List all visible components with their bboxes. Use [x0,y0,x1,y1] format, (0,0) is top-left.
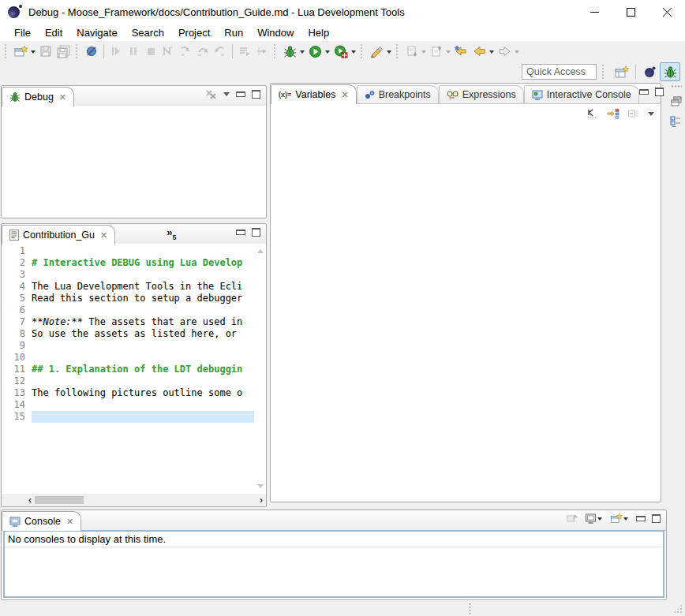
debug-view-minimize-icon[interactable] [236,91,245,97]
status-bar [0,601,685,616]
minimize-window-button[interactable] [576,0,612,24]
restore-view-button[interactable] [669,94,683,108]
debug-button[interactable] [281,42,299,61]
collapse-all-icon[interactable] [627,108,640,119]
menu-run[interactable]: Run [217,25,250,40]
display-selected-console-dropdown[interactable] [597,517,602,523]
open-perspective-icon [615,65,629,79]
suspend-button [125,42,142,61]
coverage-dropdown[interactable] [351,50,356,56]
variables-icon: (x)= [279,91,291,99]
code-line [32,352,254,364]
console-maximize-icon[interactable] [652,514,661,523]
toolbar-separator [103,44,104,58]
scroll-up-icon[interactable] [257,246,264,253]
console-view-controls [566,513,666,525]
new-wizard-dropdown[interactable] [31,50,36,56]
editor-maximize-icon[interactable] [252,228,260,237]
trim-drag-handle[interactable] [671,85,682,88]
debug-view-menu-icon[interactable] [223,92,230,99]
skip-all-breakpoints-button[interactable] [83,42,100,61]
console-icon [9,517,21,527]
tab-variables[interactable]: (x)= Variables ✕ [271,84,357,104]
console-body[interactable]: No consoles to display at this time. [3,530,664,598]
tab-expressions[interactable]: x= Expressions [439,85,524,103]
coverage-button[interactable] [331,42,350,61]
quick-access-input[interactable] [522,64,597,80]
save-all-button[interactable] [54,42,73,61]
back-button[interactable] [470,42,488,61]
lua-perspective-button[interactable] [639,62,660,81]
variables-body[interactable] [271,122,661,502]
tab-debug-close-icon[interactable]: ✕ [59,93,66,102]
menu-file[interactable]: File [7,25,38,40]
maximize-window-button[interactable] [612,0,649,24]
tab-debug[interactable]: Debug ✕ [2,87,74,106]
tab-interactive-console[interactable]: Interactive Console [524,85,639,103]
status-trim-drag-handle[interactable] [469,603,471,614]
show-type-names-icon[interactable] [586,108,599,119]
tab-variables-close-icon[interactable]: ✕ [341,91,348,99]
scroll-left-icon[interactable]: ‹ [28,494,32,506]
next-annotation-button[interactable] [403,42,421,61]
toolbar-drag-handle [602,65,606,79]
previous-annotation-button[interactable] [428,42,445,61]
window-title: Debug - Moose_Framework/docs/Contributio… [28,6,405,18]
variables-minimize-icon[interactable] [639,89,649,95]
next-annotation-dropdown[interactable] [421,50,426,56]
editor-vertical-scrollbar[interactable] [254,244,266,494]
forward-dropdown[interactable] [515,50,519,56]
drop-to-frame-button [236,42,253,61]
tab-contribution-guide-close-icon[interactable]: ✕ [100,231,107,240]
code-area[interactable]: # Interactive DEBUG using Lua Develop Th… [32,244,254,494]
editor-minimize-icon[interactable] [236,230,245,235]
debug-perspective-button[interactable] [660,62,680,81]
code-line [32,269,254,281]
menu-search[interactable]: Search [125,25,171,40]
save-button[interactable] [37,42,54,61]
open-perspective-button[interactable] [612,62,632,81]
tab-breakpoints[interactable]: Breakpoints [357,85,439,103]
display-selected-console-button[interactable] [585,513,604,524]
menu-help[interactable]: Help [301,25,336,40]
variables-view-menu-icon[interactable] [648,112,654,119]
line-number-gutter: 1 2 3 4 5 6 7 8 9 10 11 12 13 14 15 [2,244,32,494]
show-logical-structures-icon[interactable] [607,108,619,119]
menu-project[interactable]: Project [171,25,217,40]
external-tools-button[interactable] [368,42,386,61]
open-console-button[interactable] [610,513,630,525]
back-dropdown[interactable] [489,50,494,56]
scroll-right-icon[interactable]: › [260,494,263,506]
code-line: The following pictures outline some o [32,387,254,399]
run-button[interactable] [306,42,324,61]
external-tools-dropdown[interactable] [387,50,391,56]
hidden-editors-indicator[interactable]: » 5 [167,229,176,244]
variables-maximize-icon[interactable] [655,88,664,96]
open-console-dropdown[interactable] [623,517,628,523]
previous-annotation-dropdown[interactable] [446,50,451,56]
debug-view-body [2,106,266,218]
tab-console-close-icon[interactable]: ✕ [66,517,73,526]
console-minimize-icon[interactable] [636,516,646,521]
open-console-icon [610,513,623,525]
step-return-button [211,42,229,61]
debug-bug-icon [283,45,297,58]
console-view: Console ✕ [1,510,667,600]
menu-window[interactable]: Window [250,25,301,40]
outline-view-button[interactable] [669,114,683,129]
run-dropdown[interactable] [325,50,330,56]
editor-horizontal-scrollbar[interactable]: ‹ › [2,494,266,506]
new-wizard-button[interactable] [12,42,30,61]
debug-dropdown[interactable] [300,50,305,56]
scroll-down-icon[interactable] [257,484,264,491]
tab-console[interactable]: Console ✕ [2,511,81,531]
debug-view-maximize-icon[interactable] [252,90,260,99]
horizontal-scroll-thumb[interactable] [35,496,84,504]
menu-navigate[interactable]: Navigate [69,25,124,40]
close-window-button[interactable] [649,0,685,24]
toolbar-separator [232,44,233,58]
window-resize-grip[interactable] [673,604,683,614]
last-edit-location-button[interactable] [452,42,470,61]
tab-contribution-guide[interactable]: Contribution_Gu ✕ [2,225,115,245]
menu-edit[interactable]: Edit [38,25,69,40]
